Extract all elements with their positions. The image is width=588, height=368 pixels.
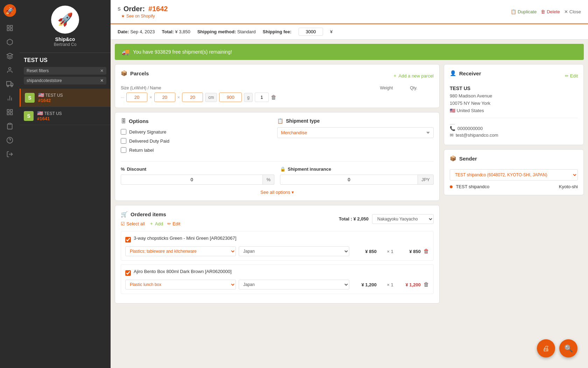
item-1-qty: × 1 xyxy=(379,249,393,254)
item-2-checkbox[interactable] xyxy=(125,270,131,276)
item-2-category-select[interactable]: Plastic lunch box xyxy=(125,280,236,289)
ordered-item-row-2: Ajiro Bento Box 800ml Dark Brown [AR0620… xyxy=(121,264,434,294)
item-2-origin-select[interactable]: Japan xyxy=(239,280,349,289)
ordered-items-card: 🛒 Ordered items ☑ Select all ＋ Add xyxy=(115,205,440,304)
order-flag: 🇺🇸 xyxy=(38,92,44,98)
shipment-type-wrapper: Merchandise Documents Gift Sample Other xyxy=(277,127,434,138)
item-1-delete-button[interactable]: 🗑 xyxy=(424,248,429,254)
parcel-dim2-input[interactable] xyxy=(154,93,175,102)
discount-section: % Discount % 🔒 Shipment insuranc xyxy=(121,161,434,185)
shipment-type-select[interactable]: Merchandise Documents Gift Sample Other xyxy=(277,127,434,138)
item-1-category-select[interactable]: Plastics; tableware and kitchenware xyxy=(125,246,236,256)
item-2-total: ¥ 1,200 xyxy=(396,282,421,287)
content-grid: 📦 Parcels ＋ Add a new parcel Size (LxWxH… xyxy=(111,64,588,308)
user-icon[interactable] xyxy=(4,64,15,76)
parcel-dim1-input[interactable] xyxy=(126,93,147,102)
order-item-1642[interactable]: S 🇺🇸 TEST US #1642 xyxy=(20,89,111,107)
layers-icon[interactable] xyxy=(4,50,15,62)
top-bar: S Order: #1642 ★ See on Shopify 📋 Duplic… xyxy=(111,0,588,24)
truck-icon[interactable] xyxy=(4,79,15,90)
delete-button[interactable]: 🗑 Delete xyxy=(541,9,560,14)
svg-rect-15 xyxy=(7,113,9,115)
parcels-title: 📦 Parcels xyxy=(121,70,149,76)
return-label-checkbox[interactable] xyxy=(121,147,126,153)
store-filter-tag[interactable]: shipandcoteststore ✕ xyxy=(24,77,106,84)
insurance-input-group: JPY xyxy=(280,175,434,185)
add-parcel-button[interactable]: ＋ Add a new parcel xyxy=(393,73,434,79)
see-shopify-link[interactable]: ★ See on Shopify xyxy=(121,14,168,19)
search-button[interactable]: 🔍 xyxy=(559,339,578,357)
svg-point-5 xyxy=(9,68,11,70)
parcel-delete-button[interactable]: 🗑 xyxy=(271,94,276,101)
options-card: 🗄 Options Delivery Signature Delivered D… xyxy=(115,112,440,201)
sender-select[interactable]: TEST shipandco (6048072, KYOTO-SHI, JAPA… xyxy=(450,169,578,180)
clipboard-icon[interactable] xyxy=(4,121,15,132)
edit-items-button[interactable]: ✏ Edit xyxy=(167,221,180,226)
see-all-options-section: See all options ▾ xyxy=(121,190,434,195)
items-header: 🛒 Ordered items ☑ Select all ＋ Add xyxy=(121,211,434,227)
parcel-qty-input[interactable] xyxy=(255,93,269,102)
item-2-delete-button[interactable]: 🗑 xyxy=(424,281,429,288)
discount-col: % Discount % xyxy=(121,166,274,185)
reset-filters-tag[interactable]: Reset filters ✕ xyxy=(24,67,106,75)
store-filter-x[interactable]: ✕ xyxy=(100,78,104,83)
svg-rect-17 xyxy=(9,123,11,124)
insurance-col: 🔒 Shipment insurance JPY xyxy=(280,166,434,185)
question-icon[interactable] xyxy=(4,135,15,146)
main-area: S Order: #1642 ★ See on Shopify 📋 Duplic… xyxy=(111,0,588,368)
order-list: S 🇺🇸 TEST US #1642 S 🇺🇸 TEST US #1641 xyxy=(20,89,111,368)
print-button[interactable]: 🖨 xyxy=(537,339,555,357)
delivery-signature-checkbox[interactable] xyxy=(121,129,126,135)
duplicate-button[interactable]: 📋 Duplicate xyxy=(511,9,537,14)
svg-marker-7 xyxy=(11,83,13,86)
item-1-checkbox[interactable] xyxy=(125,237,131,243)
parcel-row-1: ··· × × cm g 🗑 xyxy=(121,93,434,102)
see-all-options-link[interactable]: See all options ▾ xyxy=(260,190,294,195)
parcels-header: 📦 Parcels ＋ Add a new parcel xyxy=(121,70,434,81)
company-avatar: 🚀 xyxy=(51,6,79,34)
receiver-dots: ---- xyxy=(450,122,578,126)
item-1-origin-select[interactable]: Japan xyxy=(239,246,349,256)
insurance-input[interactable] xyxy=(280,175,418,185)
order-item-info: 🇺🇸 TEST US #1642 xyxy=(38,92,106,103)
dashboard-icon[interactable] xyxy=(4,22,15,34)
parcels-card: 📦 Parcels ＋ Add a new parcel Size (LxWxH… xyxy=(115,64,440,108)
shipping-fee-input[interactable] xyxy=(299,28,323,36)
parcel-dim3-input[interactable] xyxy=(182,93,203,102)
discount-input[interactable] xyxy=(121,175,263,185)
app-logo[interactable]: 🚀 xyxy=(4,4,16,17)
order-item-info-2: 🇺🇸 TEST US #1641 xyxy=(37,110,106,121)
options-col-right: 📋 Shipment type Merchandise Documents Gi… xyxy=(277,118,434,156)
filter-title: TEST US xyxy=(24,57,106,63)
close-button[interactable]: ✕ Close xyxy=(564,9,581,14)
add-item-button[interactable]: ＋ Add xyxy=(149,220,163,227)
order-item-1641[interactable]: S 🇺🇸 TEST US #1641 xyxy=(20,107,111,125)
location-select[interactable]: Nakagyoku Yaoyacho xyxy=(372,214,434,224)
delivered-duty-paid-checkbox[interactable] xyxy=(121,138,126,144)
svg-rect-1 xyxy=(10,26,13,28)
store-icon: S xyxy=(25,93,35,103)
item-2-controls: Plastic lunch box Japan ¥ 1,200 × 1 ¥ 1,… xyxy=(125,280,429,289)
store-icon-2: S xyxy=(24,111,34,121)
package-icon[interactable] xyxy=(4,36,15,48)
logout-icon[interactable] xyxy=(4,149,15,160)
select-all-button[interactable]: ☑ Select all xyxy=(121,221,145,226)
company-name: Ship&co xyxy=(55,36,75,42)
receiver-header: 👤 Receiver ✏ Edit xyxy=(450,70,578,81)
svg-rect-6 xyxy=(7,82,11,86)
receiver-edit-button[interactable]: ✏ Edit xyxy=(565,73,578,79)
item-2-qty: × 1 xyxy=(379,282,393,287)
svg-rect-14 xyxy=(10,110,13,112)
options-grid: 🗄 Options Delivery Signature Delivered D… xyxy=(121,118,434,156)
item-1-name: 3-way chopsticks Green - Mini Green [AR0… xyxy=(134,236,236,241)
insurance-unit: JPY xyxy=(418,175,434,185)
insurance-label: 🔒 Shipment insurance xyxy=(280,166,434,172)
parcel-weight-input[interactable] xyxy=(219,93,242,102)
reset-filters-x[interactable]: ✕ xyxy=(100,68,104,73)
order-meta: Date: Sep 4, 2023 Total: ¥ 3,850 Shippin… xyxy=(111,24,588,40)
chart-icon[interactable] xyxy=(4,93,15,104)
svg-rect-0 xyxy=(7,26,9,28)
item-1-total: ¥ 850 xyxy=(396,249,421,254)
svg-rect-13 xyxy=(7,110,9,112)
grid2-icon[interactable] xyxy=(4,107,15,118)
